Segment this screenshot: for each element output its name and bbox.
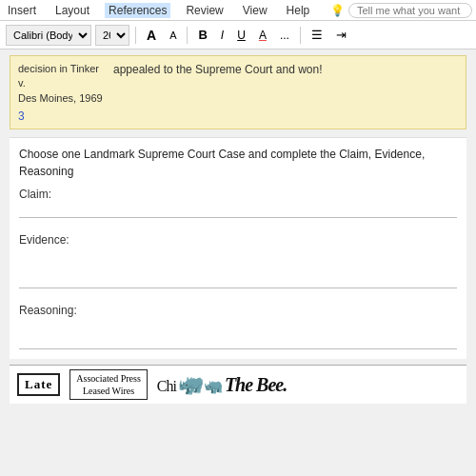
tell-me-area: 💡 [330,3,472,18]
page-number: 3 [18,106,458,123]
newspaper-title: Chi🦏 🦏 The Bee. [157,372,287,397]
menu-help[interactable]: Help [283,3,314,18]
content-box: decision in Tinker v. Des Moines, 1969 a… [10,55,466,129]
font-name-select[interactable]: Calibri (Body) [6,25,91,46]
reasoning-label: Reasoning: [19,302,457,319]
toolbar: Calibri (Body) 26 A A B I U A ... ☰ ⇥ [0,21,476,50]
evidence-label: Evidence: [19,231,457,248]
left-text: decision in Tinker v. Des Moines, 1969 [18,62,109,106]
toolbar-divider-2 [187,27,188,44]
document-area: decision in Tinker v. Des Moines, 1969 a… [0,50,476,476]
toolbar-divider-1 [135,27,136,44]
more-options-button[interactable]: ... [275,25,294,46]
lightbulb-icon: 💡 [330,4,345,17]
underline-color-button[interactable]: A [254,25,271,46]
font-grow-button[interactable]: A [142,25,161,46]
newspaper-bar: Late Associated Press Leased Wires Chi🦏 … [10,365,466,404]
font-shrink-button[interactable]: A [165,25,181,46]
menu-references[interactable]: References [105,3,170,18]
evidence-input-area[interactable] [19,250,457,288]
menu-layout[interactable]: Layout [51,3,93,18]
instruction-text: Choose one Landmark Supreme Court Case a… [19,146,457,180]
italic-button[interactable]: I [216,25,228,46]
underline-button[interactable]: U [232,25,250,46]
menu-review[interactable]: Review [182,3,227,18]
reasoning-input-area[interactable] [19,321,457,349]
font-size-select[interactable]: 26 [95,25,129,46]
claim-input-area[interactable] [19,205,457,218]
menu-insert[interactable]: Insert [4,3,40,18]
bold-button[interactable]: B [193,25,211,46]
tell-me-input[interactable] [348,3,472,18]
ap-label: Associated Press Leased Wires [69,369,148,400]
menu-view[interactable]: View [239,3,271,18]
instructions-area: Choose one Landmark Supreme Court Case a… [10,137,466,359]
late-label: Late [17,373,60,396]
claim-label: Claim: [19,186,457,203]
right-text: appealed to the Supreme Court and won! [113,62,458,78]
indent-button[interactable]: ⇥ [331,25,351,46]
list-style-button[interactable]: ☰ [307,25,327,46]
menu-bar: Insert Layout References Review View Hel… [0,0,476,21]
toolbar-divider-3 [300,27,301,44]
